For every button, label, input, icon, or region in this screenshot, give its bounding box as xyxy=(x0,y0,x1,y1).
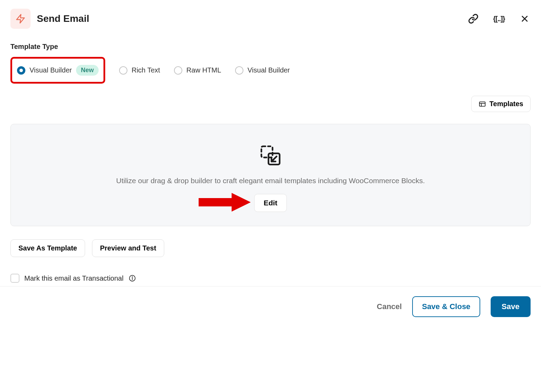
footer: Cancel Save & Close Save xyxy=(0,286,541,327)
transactional-label: Mark this email as Transactional xyxy=(24,274,124,282)
radio-option-rich-text[interactable]: Rich Text xyxy=(119,66,160,75)
svg-marker-8 xyxy=(199,193,251,212)
save-button[interactable]: Save xyxy=(491,296,531,317)
templates-row: Templates xyxy=(10,96,531,112)
braces-icon[interactable]: {[..]} xyxy=(493,13,505,25)
app-icon xyxy=(10,9,31,29)
page-title: Send Email xyxy=(37,13,89,24)
radio-option-raw-html[interactable]: Raw HTML xyxy=(174,66,221,75)
drag-drop-icon xyxy=(258,143,283,168)
close-icon[interactable] xyxy=(519,13,531,25)
transactional-checkbox[interactable] xyxy=(10,274,19,283)
svg-point-11 xyxy=(132,277,132,277)
radio-label: Rich Text xyxy=(132,66,160,74)
template-type-options: Visual Builder New Rich Text Raw HTML Vi… xyxy=(10,57,531,84)
save-close-button[interactable]: Save & Close xyxy=(412,296,480,317)
template-type-label: Template Type xyxy=(10,43,531,51)
arrow-annotation xyxy=(195,190,251,216)
edit-row: Edit xyxy=(254,194,287,212)
edit-button[interactable]: Edit xyxy=(254,194,287,212)
info-icon[interactable] xyxy=(128,274,136,282)
radio-label: Visual Builder xyxy=(30,66,72,74)
save-as-template-button[interactable]: Save As Template xyxy=(10,239,85,257)
radio-circle xyxy=(17,66,25,75)
template-icon xyxy=(478,100,486,108)
cancel-button[interactable]: Cancel xyxy=(377,302,402,311)
radio-circle xyxy=(174,66,182,75)
header-right: {[..]} xyxy=(467,13,531,25)
lightning-icon xyxy=(15,14,26,24)
content: Template Type Visual Builder New Rich Te… xyxy=(0,32,541,283)
svg-marker-0 xyxy=(17,15,25,23)
radio-circle xyxy=(119,66,127,75)
secondary-actions: Save As Template Preview and Test xyxy=(10,239,531,257)
svg-rect-3 xyxy=(479,102,485,106)
radio-option-visual-builder[interactable]: Visual Builder xyxy=(235,66,290,75)
link-icon[interactable] xyxy=(467,13,479,25)
header: Send Email {[..]} xyxy=(0,0,541,32)
templates-button-label: Templates xyxy=(490,100,523,108)
templates-button[interactable]: Templates xyxy=(471,96,531,112)
builder-description: Utilize our drag & drop builder to craft… xyxy=(116,177,425,185)
preview-test-button[interactable]: Preview and Test xyxy=(92,239,164,257)
radio-circle xyxy=(235,66,243,75)
transactional-row: Mark this email as Transactional xyxy=(10,274,531,283)
radio-label: Visual Builder xyxy=(248,66,290,74)
header-left: Send Email xyxy=(10,9,89,29)
svg-rect-6 xyxy=(261,146,273,157)
radio-label: Raw HTML xyxy=(186,66,221,74)
new-badge: New xyxy=(76,65,99,76)
builder-panel: Utilize our drag & drop builder to craft… xyxy=(10,124,531,226)
radio-option-visual-builder-new[interactable]: Visual Builder New xyxy=(10,57,105,84)
